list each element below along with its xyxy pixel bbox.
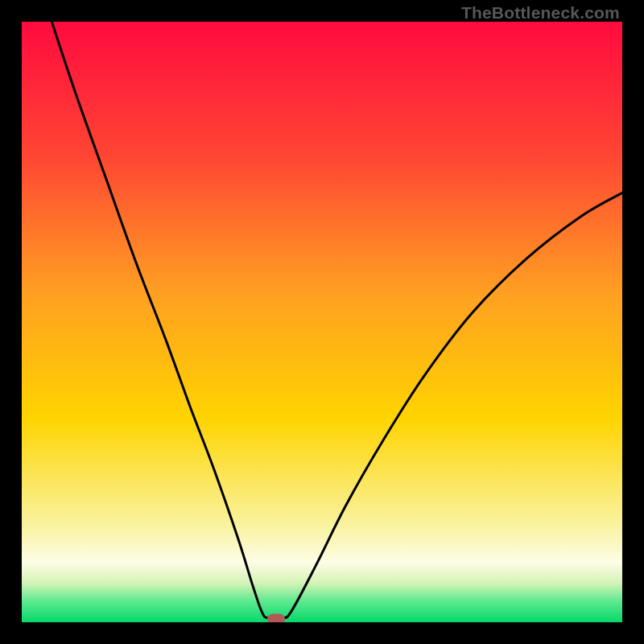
- plot-area: [22, 22, 622, 622]
- watermark-text: TheBottleneck.com: [461, 3, 620, 23]
- bottleneck-curve: [22, 22, 622, 622]
- minimum-marker: [267, 614, 285, 622]
